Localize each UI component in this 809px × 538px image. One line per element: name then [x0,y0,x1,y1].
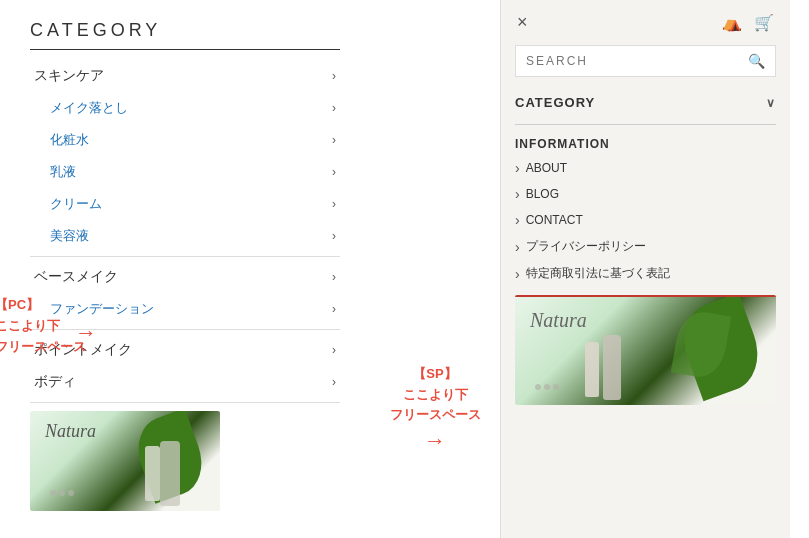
chevron-icon-point-makeup: › [332,343,336,357]
nav-item-cream[interactable]: クリーム › [30,188,340,220]
chevron-icon-cream: › [332,197,336,211]
sp-info-item-privacy[interactable]: プライバシーポリシー [501,233,790,260]
nav-label-serum: 美容液 [50,227,89,245]
nav-label-skincare: スキンケア [34,67,104,85]
chevron-icon-toner: › [332,133,336,147]
chevron-icon-foundation: › [332,302,336,316]
nav-label-body: ボディ [34,373,76,391]
dots-sp [535,384,559,390]
tent-icon[interactable]: ⛺ [722,13,742,32]
sp-info-label-about: ABOUT [526,161,567,175]
category-chevron-down-icon: ∨ [766,96,776,110]
nav-item-makeup-remover[interactable]: メイク落とし › [30,92,340,124]
bottle-decoration-1-pc [145,446,160,501]
close-button[interactable]: × [517,12,528,33]
nav-item-serum[interactable]: 美容液 › [30,220,340,252]
sp-info-item-commerce[interactable]: 特定商取引法に基づく表記 [501,260,790,287]
natura-text-sp: Natura [530,309,587,332]
nav-divider-3 [30,402,340,403]
chevron-icon-skincare: › [332,69,336,83]
bottle-decoration-2-pc [160,441,180,506]
chevron-icon-serum: › [332,229,336,243]
nav-item-lotion[interactable]: 乳液 › [30,156,340,188]
pc-free-space-label: 【PC】ここより下フリースペース [0,295,86,357]
nav-item-body[interactable]: ボディ › [30,366,340,398]
sp-information-title: INFORMATION [501,131,790,155]
sp-info-label-blog: BLOG [526,187,559,201]
pc-arrow-icon: → [75,320,97,346]
sp-info-item-contact[interactable]: CONTACT [501,207,790,233]
sp-info-label-contact: CONTACT [526,213,583,227]
sp-info-item-blog[interactable]: BLOG [501,181,790,207]
pc-category-title: CATEGORY [30,20,340,50]
sp-panel: × ⛺ 🛒 🔍 CATEGORY ∨ INFORMATION ABOUT BLO… [500,0,790,538]
nav-item-base-makeup[interactable]: ベースメイク › [30,261,340,293]
sp-divider-1 [515,124,776,125]
nav-label-base-makeup: ベースメイク [34,268,118,286]
nav-item-toner[interactable]: 化粧水 › [30,124,340,156]
pc-panel: 【PC】ここより下フリースペース → CATEGORY スキンケア › メイク落… [0,0,370,538]
sp-free-space-image: Natura [515,295,776,405]
chevron-icon-lotion: › [332,165,336,179]
sp-search-bar[interactable]: 🔍 [515,45,776,77]
nav-divider-1 [30,256,340,257]
sp-info-label-privacy: プライバシーポリシー [526,238,646,255]
sp-arrow-icon: → [424,428,446,454]
sp-info-item-about[interactable]: ABOUT [501,155,790,181]
dots-pc [50,490,74,496]
nav-label-toner: 化粧水 [50,131,89,149]
sp-category-section[interactable]: CATEGORY ∨ [501,87,790,118]
sp-header-icons: ⛺ 🛒 [722,13,774,32]
sp-info-label-commerce: 特定商取引法に基づく表記 [526,265,670,282]
nav-label-makeup-remover: メイク落とし [50,99,128,117]
nav-label-lotion: 乳液 [50,163,76,181]
search-icon[interactable]: 🔍 [748,53,765,69]
chevron-icon-makeup-remover: › [332,101,336,115]
sp-header: × ⛺ 🛒 [501,0,790,45]
bottle-decoration-1-sp [585,342,599,397]
sp-category-label: CATEGORY [515,95,595,110]
nav-label-cream: クリーム [50,195,102,213]
nav-item-skincare[interactable]: スキンケア › [30,60,340,92]
main-container: 【PC】ここより下フリースペース → CATEGORY スキンケア › メイク落… [0,0,809,538]
bottle-decoration-2-sp [603,335,621,400]
natura-text-pc: Natura [45,421,96,442]
middle-area: 【SP】ここより下フリースペース → [370,0,500,538]
chevron-icon-base-makeup: › [332,270,336,284]
cart-icon[interactable]: 🛒 [754,13,774,32]
sp-category-title[interactable]: CATEGORY ∨ [515,95,776,110]
chevron-icon-body: › [332,375,336,389]
sp-free-space-label: 【SP】ここより下フリースペース [390,364,481,426]
pc-free-space-image: Natura [30,411,220,511]
search-input[interactable] [526,54,748,68]
